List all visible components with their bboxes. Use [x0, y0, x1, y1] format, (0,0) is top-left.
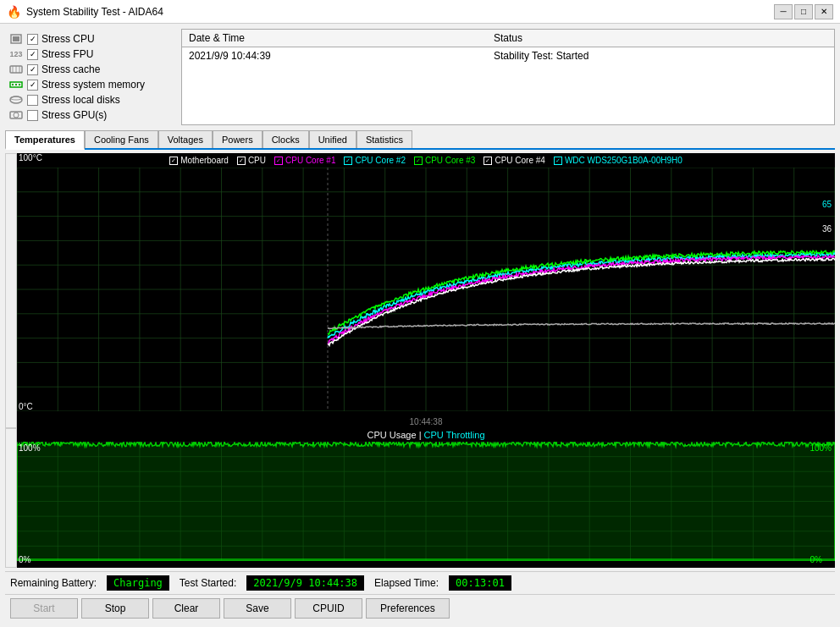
stress-icon-cpu	[8, 33, 24, 45]
main-content: Stress CPU123Stress FPUStress cacheStres…	[0, 24, 840, 627]
tab-bar: TemperaturesCooling FansVoltagesPowersCl…	[5, 130, 835, 150]
stress-item-cache: Stress cache	[8, 63, 171, 76]
cpu-y-right-top: 100%	[810, 443, 832, 453]
title-bar-left: 🔥 System Stability Test - AIDA64	[7, 5, 163, 19]
legend-check-CPUCore#4[interactable]: ✓	[484, 157, 492, 165]
tab-temperatures[interactable]: Temperatures	[5, 130, 85, 150]
stress-label-fpu: Stress FPU	[41, 48, 93, 60]
stress-item-gpu: Stress GPU(s)	[8, 108, 171, 122]
legend-item-Motherboard: ✓Motherboard	[169, 156, 229, 165]
svg-point-13	[14, 113, 19, 118]
legend-check-CPUCore#3[interactable]: ✓	[414, 157, 423, 165]
stress-checkbox-cpu[interactable]	[27, 34, 38, 45]
stress-item-cpu: Stress CPU	[8, 32, 171, 46]
test-started-value: 2021/9/9 10:44:38	[246, 575, 364, 591]
stress-checkbox-cache[interactable]	[27, 64, 38, 75]
legend-check-CPUCore#2[interactable]: ✓	[344, 157, 352, 165]
status-datetime: 2021/9/9 10:44:39	[182, 47, 487, 65]
legend-label-CPUCore#2: CPU Core #2	[355, 156, 405, 165]
legend-label-CPU: CPU	[248, 156, 266, 165]
legend-check-CPU[interactable]: ✓	[237, 157, 246, 165]
app-title: System Stability Test - AIDA64	[26, 6, 163, 18]
status-col-datetime: Date & Time	[182, 30, 487, 47]
stress-label-gpu: Stress GPU(s)	[41, 109, 107, 121]
maximize-button[interactable]: □	[794, 4, 813, 19]
cpu-usage-chart-wrapper: CPU Usage | CPU Throttling 100% 0% 100% …	[5, 428, 835, 568]
legend-label-CPUCore#4: CPU Core #4	[495, 156, 544, 165]
stress-icon-cache	[8, 63, 24, 75]
stress-icon-memory	[8, 79, 24, 91]
legend-item-CPUCore#1: ✓CPU Core #1	[274, 156, 335, 165]
cpu-y-right-bottom: 0%	[810, 555, 832, 564]
stress-item-memory: Stress system memory	[8, 78, 171, 91]
legend-item-CPUCore#4: ✓CPU Core #4	[484, 156, 544, 165]
tab-statistics[interactable]: Statistics	[356, 130, 412, 148]
svg-rect-7	[12, 84, 14, 85]
legend-label-WDCWDS250G1B0A-00H9H0: WDC WDS250G1B0A-00H9H0	[565, 156, 682, 165]
tab-clocks[interactable]: Clocks	[262, 130, 309, 148]
cpu-y-bottom: 0%	[19, 555, 41, 564]
cpu-canvas	[17, 442, 835, 561]
cpu-chart-inner: CPU Usage | CPU Throttling 100% 0% 100% …	[17, 428, 835, 568]
svg-rect-9	[19, 84, 20, 85]
cpu-usage-label: CPU Usage	[368, 430, 417, 440]
legend-check-WDCWDS250G1B0A-00H9H0[interactable]: ✓	[554, 157, 562, 165]
legend-item-CPU: ✓CPU	[237, 156, 266, 165]
cpu-throttling-label: CPU Throttling	[424, 430, 485, 440]
stress-label-cache: Stress cache	[41, 63, 100, 75]
cpu-separator: |	[419, 430, 422, 440]
cpu-y-top: 100%	[19, 443, 41, 453]
stress-item-disks: Stress local disks	[8, 93, 171, 107]
tab-cooling-fans[interactable]: Cooling Fans	[85, 130, 158, 148]
clear-button[interactable]: Clear	[152, 598, 220, 619]
legend-item-WDCWDS250G1B0A-00H9H0: ✓WDC WDS250G1B0A-00H9H0	[554, 156, 682, 165]
stress-label-memory: Stress system memory	[41, 79, 145, 91]
legend-label-CPUCore#3: CPU Core #3	[425, 156, 475, 165]
temp-right-values: 65 36	[822, 200, 832, 234]
stress-label-disks: Stress local disks	[41, 94, 120, 106]
stress-checkbox-gpu[interactable]	[27, 110, 38, 121]
stress-icon-disks	[8, 94, 24, 106]
title-bar-controls: ─ □ ✕	[774, 4, 833, 19]
close-button[interactable]: ✕	[815, 4, 833, 19]
bottom-buttons: StartStopClearSaveCPUIDPreferences	[5, 594, 835, 622]
chart-area: ✓Motherboard✓CPU✓CPU Core #1✓CPU Core #2…	[5, 153, 835, 568]
cpuid-button[interactable]: CPUID	[295, 598, 362, 619]
temp-canvas	[17, 168, 835, 411]
minimize-button[interactable]: ─	[774, 4, 793, 19]
preferences-button[interactable]: Preferences	[366, 598, 450, 619]
title-bar: 🔥 System Stability Test - AIDA64 ─ □ ✕	[0, 0, 840, 24]
stress-checkbox-disks[interactable]	[27, 95, 38, 106]
legend-check-CPUCore#1[interactable]: ✓	[274, 157, 283, 165]
stress-label-cpu: Stress CPU	[41, 33, 95, 45]
status-text: Stability Test: Started	[487, 47, 834, 65]
scrollbar[interactable]	[5, 153, 17, 428]
legend-check-Motherboard[interactable]: ✓	[169, 157, 178, 165]
status-row: 2021/9/9 10:44:39Stability Test: Started	[182, 47, 834, 65]
temp-chart-legend: ✓Motherboard✓CPU✓CPU Core #1✓CPU Core #2…	[17, 153, 835, 168]
stop-button[interactable]: Stop	[81, 598, 149, 619]
app-icon: 🔥	[7, 5, 21, 19]
tab-powers[interactable]: Powers	[213, 130, 262, 148]
status-table: Date & Time Status 2021/9/9 10:44:39Stab…	[181, 29, 835, 125]
stress-checkbox-fpu[interactable]	[27, 49, 38, 60]
tab-unified[interactable]: Unified	[309, 130, 356, 148]
svg-rect-8	[15, 84, 17, 85]
tabs-section: TemperaturesCooling FansVoltagesPowersCl…	[5, 130, 835, 150]
temp-chart-inner: ✓Motherboard✓CPU✓CPU Core #1✓CPU Core #2…	[17, 153, 835, 428]
temp-right-val-1: 65	[822, 200, 832, 209]
temp-time-label: 10:44:38	[410, 417, 443, 426]
temp-right-val-2: 36	[822, 224, 832, 234]
bottom-status-bar: Remaining Battery: Charging Test Started…	[5, 571, 835, 594]
tab-voltages[interactable]: Voltages	[158, 130, 213, 148]
elapsed-value: 00:13:01	[449, 575, 511, 591]
test-started-label: Test Started:	[180, 577, 236, 589]
svg-rect-1	[13, 36, 19, 41]
legend-label-Motherboard: Motherboard	[180, 156, 229, 165]
temp-chart-wrapper: ✓Motherboard✓CPU✓CPU Core #1✓CPU Core #2…	[5, 153, 835, 428]
stress-options-panel: Stress CPU123Stress FPUStress cacheStres…	[5, 29, 174, 125]
cpu-scrollbar[interactable]	[5, 428, 17, 568]
save-button[interactable]: Save	[224, 598, 291, 619]
battery-value: Charging	[107, 575, 169, 591]
stress-checkbox-memory[interactable]	[27, 80, 38, 91]
